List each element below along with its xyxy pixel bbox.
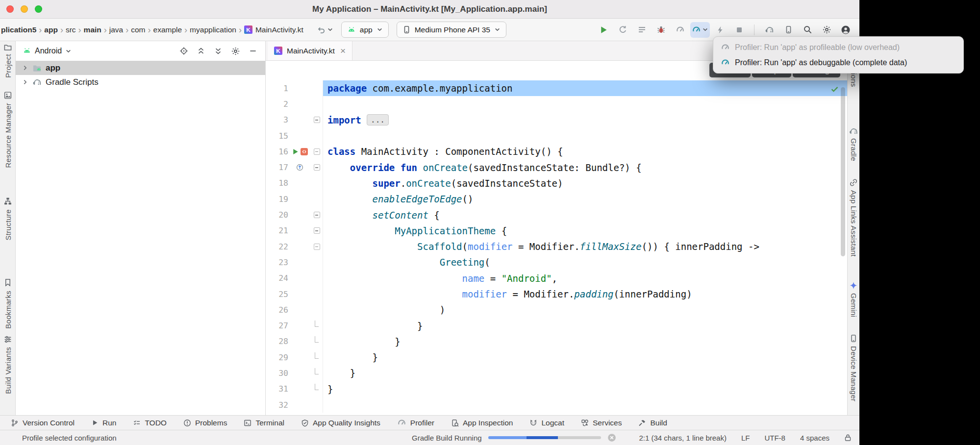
code-line[interactable]: 16class MainActivity : ComponentActivity… (266, 144, 847, 159)
code-line[interactable]: 28 } (266, 334, 847, 349)
settings-button[interactable] (818, 22, 835, 38)
breadcrumb-item-mainactivity-kt[interactable]: MainActivity.kt (255, 25, 303, 34)
expand-all-button[interactable] (214, 47, 223, 55)
inspections-status-icon[interactable] (830, 84, 839, 94)
cancel-build-button[interactable] (607, 433, 616, 442)
tool-window-button-build[interactable]: Build (638, 419, 667, 427)
tool-window-button-build-variants[interactable]: Build Variants (3, 347, 12, 394)
tool-window-button-profiler[interactable]: Profiler (397, 418, 434, 427)
locate-file-button[interactable] (179, 47, 188, 55)
editor-scrollbar[interactable] (841, 87, 845, 256)
code-line[interactable]: 21 MyApplicationTheme { (266, 223, 847, 239)
tool-window-button-structure[interactable]: Structure (3, 209, 12, 241)
code-line[interactable]: 27 } (266, 318, 847, 333)
code-line[interactable]: 29 } (266, 349, 847, 365)
tool-window-button-app-links-assistant[interactable]: App Links Assistant (850, 190, 858, 257)
compose-gutter-icon[interactable] (301, 148, 308, 155)
tool-window-button-problems[interactable]: Problems (183, 419, 227, 427)
tool-window-button-services[interactable]: Services (581, 419, 622, 427)
breadcrumb-item-app[interactable]: app (44, 25, 58, 34)
profile-avatar[interactable] (837, 22, 854, 38)
code-line[interactable]: 25 modifier = Modifier.padding(innerPadd… (266, 286, 847, 302)
code-line[interactable]: 3import ... (266, 112, 847, 128)
apply-changes-button[interactable] (711, 22, 729, 38)
rerun-button[interactable] (614, 22, 631, 38)
tree-item-app[interactable]: app (16, 61, 265, 75)
code-line[interactable]: 17 override fun onCreate(savedInstanceSt… (266, 159, 847, 175)
run-button[interactable] (595, 22, 612, 38)
code-line[interactable]: 1package com.example.myapplication (266, 80, 847, 96)
breadcrumb-item-com[interactable]: com (131, 25, 145, 34)
stop-button[interactable] (730, 22, 748, 38)
tool-window-button-terminal[interactable]: Terminal (244, 419, 284, 427)
line-separator[interactable]: LF (741, 434, 750, 442)
code-line[interactable]: 32 (266, 397, 847, 413)
fold-marker[interactable] (314, 227, 320, 234)
tool-window-button-version-control[interactable]: Version Control (11, 419, 75, 427)
panel-settings-button[interactable] (231, 47, 240, 56)
tool-window-button-gradle[interactable]: Gradle (850, 138, 858, 161)
chevron-right-icon[interactable] (22, 65, 28, 71)
chevron-right-icon[interactable] (22, 79, 28, 85)
breadcrumb-item-plication5[interactable]: plication5 (1, 25, 36, 34)
code-line[interactable]: 30 } (266, 365, 847, 381)
tool-window-button-app-inspection[interactable]: App Inspection (451, 419, 513, 427)
gradle-sync-button[interactable] (760, 22, 778, 38)
code-line[interactable]: 22 Scaffold(modifier = Modifier.fillMaxS… (266, 239, 847, 254)
breadcrumb-item-example[interactable]: example (153, 25, 182, 34)
tree-item-gradle-scripts[interactable]: Gradle Scripts (16, 75, 265, 89)
code-line[interactable]: 24 name = "Android", (266, 271, 847, 286)
tool-window-button-logcat[interactable]: Logcat (529, 419, 564, 427)
search-everywhere-button[interactable] (799, 22, 816, 38)
tool-window-button-bookmarks[interactable]: Bookmarks (3, 291, 12, 329)
tool-window-button-project[interactable]: Project (3, 54, 12, 78)
code-line[interactable]: 18 super.onCreate(savedInstanceState) (266, 175, 847, 191)
code-line[interactable]: 23 Greeting( (266, 254, 847, 270)
fold-marker[interactable] (314, 117, 320, 123)
breadcrumb-item-main[interactable]: main (84, 25, 101, 34)
zoom-window-button[interactable] (35, 5, 42, 13)
breadcrumb-item-java[interactable]: java (109, 25, 123, 34)
profiler-dropdown-button[interactable] (690, 22, 710, 38)
code-line[interactable]: 31} (266, 381, 847, 397)
debug-button[interactable] (652, 22, 670, 38)
override-gutter-icon[interactable] (296, 164, 303, 171)
indent-size[interactable]: 4 spaces (800, 434, 829, 442)
minimize-window-button[interactable] (21, 5, 28, 13)
breadcrumb-item-myapplication[interactable]: myapplication (190, 25, 236, 34)
editor-body[interactable]: CodeSplitDesign 1package com.example.mya… (266, 61, 847, 415)
device-manager-button[interactable] (779, 22, 797, 38)
close-window-button[interactable] (6, 5, 14, 13)
profiler-popup-item-1[interactable]: Profiler: Run 'app' as profileable (low … (713, 40, 963, 55)
file-encoding[interactable]: UTF-8 (764, 434, 785, 442)
code-line[interactable]: 15 (266, 128, 847, 144)
more-actions-button[interactable] (633, 22, 651, 38)
device-select[interactable]: Medium Phone API 35 (397, 22, 506, 38)
tool-window-button-resource-manager[interactable]: Resource Manager (3, 103, 12, 168)
close-tab-button[interactable]: × (340, 46, 346, 55)
tool-window-button-gemini[interactable]: Gemini (850, 293, 858, 317)
collapse-all-button[interactable] (197, 47, 205, 55)
code-line[interactable]: 26 ) (266, 302, 847, 318)
tab-mainactivity[interactable]: K MainActivity.kt × (268, 41, 352, 60)
code-line[interactable]: 2 (266, 96, 847, 112)
fold-marker[interactable] (314, 244, 320, 250)
fold-marker[interactable] (314, 164, 320, 171)
tool-window-button-device-manager[interactable]: Device Manager (850, 346, 858, 401)
run-gutter-icon[interactable] (292, 148, 299, 155)
code-line[interactable]: 20 setContent { (266, 207, 847, 222)
run-configuration-select[interactable]: app (341, 22, 389, 38)
project-view-selector[interactable]: Android (23, 47, 72, 55)
tool-window-button-todo[interactable]: TODO (133, 419, 167, 427)
folded-imports[interactable]: ... (367, 114, 389, 125)
profile-low-overhead-button[interactable] (671, 22, 689, 38)
fold-marker[interactable] (314, 212, 320, 218)
tool-window-button-run[interactable]: Run (91, 419, 116, 427)
fold-marker[interactable] (314, 148, 320, 155)
code-line[interactable]: 19 enableEdgeToEdge() (266, 191, 847, 207)
breadcrumb-item-src[interactable]: src (66, 25, 76, 34)
hide-panel-button[interactable] (249, 47, 257, 55)
undo-dropdown-button[interactable] (316, 25, 333, 35)
tool-window-button-app-quality-insights[interactable]: App Quality Insights (301, 419, 380, 427)
file-lock-icon[interactable] (844, 434, 852, 442)
